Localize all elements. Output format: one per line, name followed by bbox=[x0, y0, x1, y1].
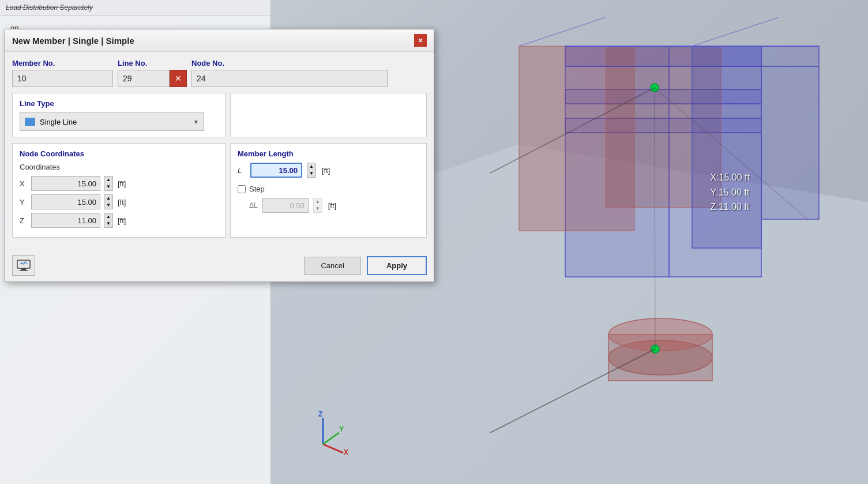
coord-z: Z:11.00 ft bbox=[711, 200, 750, 215]
line-no-clear-button[interactable]: ✕ bbox=[170, 70, 187, 87]
y-coord-spinner[interactable]: ▲ ▼ bbox=[104, 194, 113, 209]
coord-y: Y:15.00 ft bbox=[711, 185, 750, 200]
x-coord-row: X ▲ ▼ [ft] bbox=[20, 176, 218, 191]
new-member-dialog: New Member | Single | Simple × Member No… bbox=[5, 29, 434, 282]
line-type-box: Line Type Single Line ▼ bbox=[12, 93, 226, 137]
chevron-down-icon: ▼ bbox=[193, 119, 199, 125]
dialog-footer: Cancel Apply bbox=[5, 252, 434, 282]
svg-text:X: X bbox=[344, 448, 348, 456]
x-unit-label: [ft] bbox=[118, 179, 126, 188]
length-unit-label: [ft] bbox=[322, 166, 330, 175]
length-up[interactable]: ▲ bbox=[307, 163, 315, 170]
member-length-title: Member Length bbox=[238, 149, 419, 158]
coord-x: X:15.00 ft bbox=[711, 170, 750, 185]
svg-rect-8 bbox=[692, 46, 761, 248]
dialog-body: Member No. Line No. ✕ Node No. Line Type bbox=[5, 52, 434, 252]
svg-rect-31 bbox=[20, 270, 28, 271]
length-down[interactable]: ▼ bbox=[307, 170, 315, 177]
sidebar-header: Load Distribution Separately bbox=[0, 0, 270, 16]
node-coordinates-box: Node Coordinates Coordinates X ▲ ▼ [ft] … bbox=[12, 143, 226, 238]
x-coord-down[interactable]: ▼ bbox=[104, 183, 112, 190]
cancel-button[interactable]: Cancel bbox=[304, 257, 360, 275]
x-coord-input[interactable] bbox=[31, 176, 100, 191]
single-line-icon bbox=[25, 118, 35, 126]
line-no-group: Line No. ✕ bbox=[118, 59, 187, 87]
member-length-box: Member Length L ▲ ▼ [ft] Step bbox=[230, 143, 427, 238]
delta-down: ▼ bbox=[314, 205, 322, 212]
line-type-title: Line Type bbox=[20, 99, 218, 108]
delta-row: ΔL ▲ ▼ [ft] bbox=[238, 198, 419, 213]
line-type-row: Line Type Single Line ▼ bbox=[12, 93, 427, 137]
coordinate-display: X:15.00 ft Y:15.00 ft Z:11.00 ft bbox=[711, 170, 750, 215]
svg-rect-30 bbox=[21, 268, 26, 270]
monitor-icon-button[interactable] bbox=[12, 255, 35, 276]
svg-point-17 bbox=[608, 318, 712, 351]
length-spinner[interactable]: ▲ ▼ bbox=[307, 163, 316, 178]
line-no-input-group: ✕ bbox=[118, 70, 187, 87]
x-coord-up[interactable]: ▲ bbox=[104, 177, 112, 183]
member-no-input[interactable] bbox=[12, 70, 113, 87]
member-length-input[interactable] bbox=[250, 163, 302, 178]
z-coord-row: Z ▲ ▼ [ft] bbox=[20, 213, 218, 228]
y-coord-up[interactable]: ▲ bbox=[104, 195, 112, 202]
apply-button[interactable]: Apply bbox=[367, 256, 427, 275]
node-no-input[interactable] bbox=[191, 70, 388, 87]
delta-unit-label: [ft] bbox=[328, 201, 336, 210]
dialog-titlebar: New Member | Single | Simple × bbox=[5, 29, 434, 52]
step-row: Step bbox=[238, 185, 419, 193]
delta-label: ΔL bbox=[249, 201, 258, 209]
dialog-close-button[interactable]: × bbox=[414, 34, 427, 47]
delta-spinner: ▲ ▼ bbox=[313, 198, 322, 213]
bottom-section: Node Coordinates Coordinates X ▲ ▼ [ft] … bbox=[12, 143, 427, 238]
node-no-group: Node No. bbox=[191, 59, 388, 87]
length-row: L ▲ ▼ [ft] bbox=[238, 163, 419, 178]
line-type-select[interactable]: Single Line ▼ bbox=[20, 112, 204, 131]
z-coord-down[interactable]: ▼ bbox=[104, 220, 112, 227]
z-coord-spinner[interactable]: ▲ ▼ bbox=[104, 213, 113, 228]
step-label: Step bbox=[249, 185, 265, 193]
svg-rect-9 bbox=[761, 46, 819, 219]
z-coord-up[interactable]: ▲ bbox=[104, 213, 112, 220]
svg-line-12 bbox=[519, 17, 606, 46]
line-type-preview bbox=[230, 93, 427, 137]
l-label: L bbox=[238, 166, 246, 175]
x-coord-spinner[interactable]: ▲ ▼ bbox=[104, 176, 113, 191]
y-coord-row: Y ▲ ▼ [ft] bbox=[20, 194, 218, 209]
z-coord-input[interactable] bbox=[31, 213, 100, 228]
svg-text:Z: Z bbox=[318, 410, 322, 418]
y-axis-label: Y bbox=[20, 198, 28, 207]
y-coord-down[interactable]: ▼ bbox=[104, 202, 112, 209]
coordinates-label: Coordinates bbox=[20, 163, 218, 171]
delta-up: ▲ bbox=[314, 198, 322, 205]
step-checkbox[interactable] bbox=[238, 185, 246, 193]
node-no-label: Node No. bbox=[191, 59, 388, 67]
monitor-icon bbox=[17, 260, 31, 271]
svg-line-13 bbox=[692, 17, 779, 46]
y-coord-input[interactable] bbox=[31, 194, 100, 209]
z-unit-label: [ft] bbox=[118, 216, 126, 225]
svg-text:Y: Y bbox=[339, 425, 344, 433]
z-axis-label: Z bbox=[20, 216, 28, 225]
node-coordinates-title: Node Coordinates bbox=[20, 149, 218, 158]
member-no-group: Member No. bbox=[12, 59, 113, 87]
x-axis-label: X bbox=[20, 179, 28, 188]
member-no-label: Member No. bbox=[12, 59, 113, 67]
dialog-title: New Member | Single | Simple bbox=[12, 36, 134, 46]
line-no-input[interactable] bbox=[118, 70, 170, 87]
delta-input[interactable] bbox=[262, 198, 309, 213]
y-unit-label: [ft] bbox=[118, 198, 126, 207]
line-no-label: Line No. bbox=[118, 59, 187, 67]
line-type-selected: Single Line bbox=[40, 118, 193, 126]
top-fields-row: Member No. Line No. ✕ Node No. bbox=[12, 59, 427, 87]
